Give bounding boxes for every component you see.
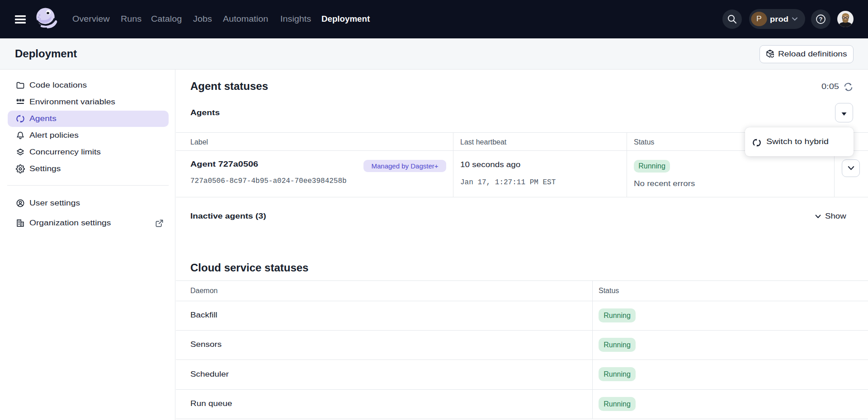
svg-text:?: ? xyxy=(819,16,823,23)
